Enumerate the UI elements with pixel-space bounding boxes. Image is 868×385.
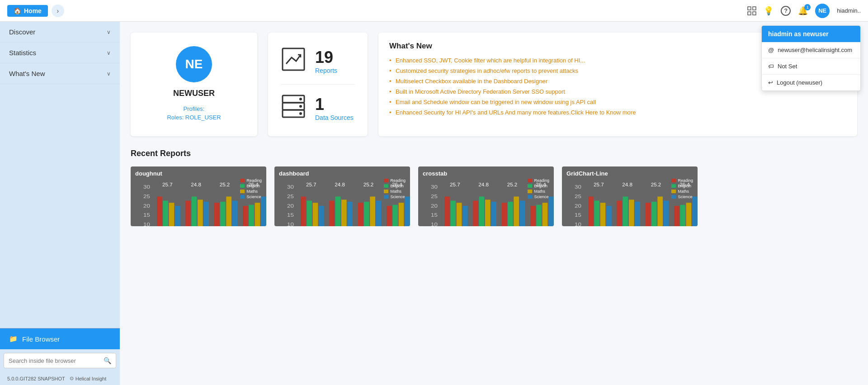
svg-rect-82 (514, 196, 519, 226)
whatsnew-item: Email and Schedule window can be trigger… (389, 99, 846, 105)
chevron-down-icon-2: ∨ (107, 50, 111, 56)
report-card[interactable]: dashboardReadingEnglishMathsScience51015… (274, 166, 410, 226)
svg-text:10: 10 (431, 221, 438, 226)
chart-legend: ReadingEnglishMathsScience (671, 178, 693, 199)
stats-row: NE NEWUSER Profiles: Roles: ROLE_USER (131, 33, 857, 136)
reports-icon (281, 47, 306, 75)
svg-text:25: 25 (575, 194, 581, 200)
svg-text:25: 25 (287, 194, 294, 200)
whatsnew-item: Enhanced Security for HI API's and URLs … (389, 109, 846, 116)
svg-rect-60 (392, 205, 398, 226)
bulb-icon: 💡 (764, 6, 774, 16)
svg-rect-19 (163, 201, 168, 226)
logout-item[interactable]: ↩ Logout (newuser) (762, 75, 860, 90)
reports-metric: 19 Reports (281, 47, 355, 75)
notification-button[interactable]: 🔔 1 (798, 6, 808, 16)
file-browser-label: File Browser (22, 335, 60, 343)
svg-text:24.8: 24.8 (191, 182, 201, 187)
svg-text:25.2: 25.2 (220, 182, 230, 187)
svg-rect-28 (214, 203, 220, 226)
roles-link[interactable]: Roles: ROLE_USER (167, 114, 221, 121)
svg-point-10 (299, 112, 302, 115)
metrics-card: 19 Reports (268, 33, 368, 136)
whatsnew-label: What's New (9, 70, 45, 77)
home-label: Home (24, 7, 42, 14)
main-layout: Discover ∨ Statistics ∨ What's New ∨ 📁 F… (0, 22, 868, 385)
grid-icon-button[interactable] (747, 6, 756, 15)
svg-rect-99 (606, 206, 612, 226)
svg-rect-24 (192, 196, 197, 226)
sidebar-footer: 5.0.0.GIT282 SNAPSHOT ⊙ Helical Insight (0, 372, 120, 385)
svg-rect-3 (753, 12, 756, 15)
grid-icon (747, 6, 756, 15)
user-avatar-button[interactable]: NE (815, 4, 830, 18)
svg-text:30: 30 (431, 184, 438, 190)
svg-text:10: 10 (287, 221, 294, 226)
chevron-down-icon-3: ∨ (107, 71, 111, 77)
svg-text:24.8: 24.8 (622, 182, 632, 187)
svg-rect-107 (651, 202, 657, 226)
svg-text:20: 20 (287, 203, 294, 209)
svg-rect-61 (399, 203, 404, 226)
profiles-link[interactable]: Profiles: (184, 105, 205, 112)
expand-button[interactable]: › (52, 5, 64, 17)
svg-rect-106 (646, 203, 651, 226)
report-card[interactable]: crosstabReadingEnglishMathsScience510152… (418, 166, 554, 226)
svg-rect-77 (485, 200, 491, 226)
svg-rect-72 (457, 203, 462, 226)
svg-rect-80 (502, 203, 507, 226)
report-card[interactable]: GridChart-LineReadingEnglishMathsScience… (562, 166, 698, 226)
svg-text:25: 25 (431, 194, 438, 200)
svg-rect-46 (313, 203, 318, 226)
svg-text:24.8: 24.8 (335, 182, 345, 187)
chevron-down-icon: ∨ (107, 29, 111, 35)
file-browser-section: 📁 File Browser 🔍 (0, 328, 120, 372)
svg-rect-70 (444, 196, 450, 226)
svg-point-9 (299, 105, 302, 108)
report-card-title: crosstab (423, 170, 447, 177)
sidebar-item-discover[interactable]: Discover ∨ (0, 22, 120, 43)
svg-rect-62 (405, 196, 410, 226)
svg-rect-31 (232, 201, 238, 226)
svg-rect-2 (748, 12, 751, 15)
svg-rect-45 (307, 201, 312, 226)
report-card[interactable]: doughnutReadingEnglishMathsScience510152… (131, 166, 266, 226)
svg-rect-30 (226, 196, 231, 226)
svg-text:30: 30 (575, 184, 581, 190)
svg-text:30: 30 (143, 184, 150, 190)
brand-name: Helical Insight (75, 376, 106, 381)
svg-rect-85 (530, 206, 536, 226)
svg-rect-50 (335, 196, 341, 226)
svg-rect-18 (157, 196, 162, 226)
sidebar-item-statistics[interactable]: Statistics ∨ (0, 43, 120, 63)
svg-text:20: 20 (143, 203, 150, 209)
svg-text:25: 25 (143, 194, 150, 200)
svg-text:15: 15 (287, 212, 294, 218)
svg-rect-113 (686, 203, 692, 226)
file-browser-button[interactable]: 📁 File Browser (0, 328, 120, 349)
svg-text:25.7: 25.7 (162, 182, 173, 187)
svg-text:15: 15 (143, 212, 150, 218)
file-browser-search-input[interactable] (9, 357, 104, 364)
svg-rect-88 (548, 196, 554, 226)
notification-badge: 1 (804, 4, 811, 10)
svg-text:10: 10 (575, 221, 581, 226)
home-button[interactable]: 🏠 Home (7, 5, 48, 17)
at-icon: @ (768, 47, 774, 53)
svg-rect-109 (664, 201, 669, 226)
navbar-right: 💡 ? 🔔 1 NE hiadmin.. hiadmin as newuser … (747, 4, 861, 18)
svg-rect-25 (198, 200, 203, 226)
user-name-button[interactable]: hiadmin.. (837, 7, 861, 14)
sidebar-item-whatsnew[interactable]: What's New ∨ (0, 63, 120, 84)
recent-reports-section: Recent Reports doughnutReadingEnglishMat… (131, 149, 857, 226)
file-browser-search-container: 🔍 (4, 353, 116, 368)
content-area: NE NEWUSER Profiles: Roles: ROLE_USER (120, 22, 868, 385)
svg-rect-0 (748, 7, 751, 10)
reports-count: 19 (315, 48, 337, 67)
svg-rect-71 (450, 201, 456, 226)
help-icon-button[interactable]: ? (781, 6, 791, 16)
svg-rect-51 (341, 200, 347, 226)
svg-rect-81 (508, 202, 513, 226)
not-set-item[interactable]: 🏷 Not Set (762, 58, 860, 75)
bulb-icon-button[interactable]: 💡 (764, 6, 774, 16)
